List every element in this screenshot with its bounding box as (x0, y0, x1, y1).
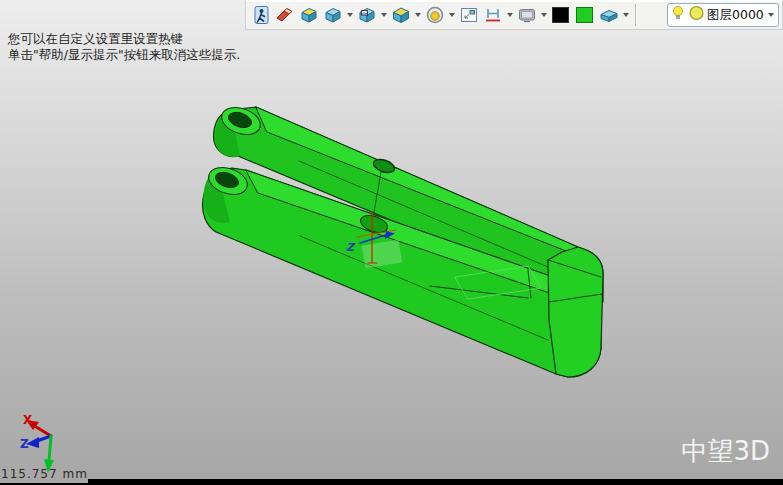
layer-color-icon (688, 4, 705, 26)
viewport-3d[interactable]: 您可以在自定义设置里设置热键 单击"帮助/显示提示"按钮来取消这些提示. (0, 0, 783, 485)
rotate-ring-icon[interactable] (423, 3, 447, 27)
link-end-cap[interactable] (548, 247, 603, 377)
view-triad: X Z (20, 413, 54, 473)
measurement-readout: 115.757 mm (1, 467, 88, 481)
chevron-down-icon[interactable] (507, 13, 513, 17)
chevron-down-icon[interactable] (768, 13, 774, 17)
triad-x-label: X (23, 413, 33, 427)
layer-slab-icon[interactable] (597, 3, 621, 27)
textured-cube-icon[interactable] (355, 3, 379, 27)
black-color-swatch[interactable] (549, 3, 573, 27)
display-mode-icon[interactable] (515, 3, 539, 27)
model-link-part[interactable]: Z X Z (0, 0, 783, 485)
zw3d-window: 您可以在自定义设置里设置热键 单击"帮助/显示提示"按钮来取消这些提示. (0, 0, 783, 485)
layer-combobox[interactable]: 图层0000 (667, 3, 779, 27)
chevron-down-icon[interactable] (415, 13, 421, 17)
chevron-down-icon[interactable] (541, 13, 547, 17)
triad-z-label: Z (20, 437, 29, 451)
view-toolbar: 图层0000 (245, 0, 783, 30)
chevron-down-icon[interactable] (347, 13, 353, 17)
section-cube-icon[interactable] (389, 3, 413, 27)
zw3d-watermark: 中望3D (681, 434, 770, 469)
layer-combobox-label: 图层0000 (707, 7, 764, 24)
person-exit-icon[interactable] (249, 3, 273, 27)
toolbar-separator (635, 4, 637, 26)
dimension-icon[interactable] (481, 3, 505, 27)
green-color-swatch[interactable] (573, 3, 597, 27)
wireframe-cube-icon[interactable] (321, 3, 345, 27)
chevron-down-icon[interactable] (449, 13, 455, 17)
zoom-window-icon[interactable] (457, 3, 481, 27)
lightbulb-icon (670, 4, 686, 26)
bottom-black-bar (88, 479, 783, 485)
chevron-down-icon[interactable] (381, 13, 387, 17)
chevron-down-icon[interactable] (623, 13, 629, 17)
eraser-icon[interactable] (273, 3, 297, 27)
shaded-box-icon[interactable] (297, 3, 321, 27)
